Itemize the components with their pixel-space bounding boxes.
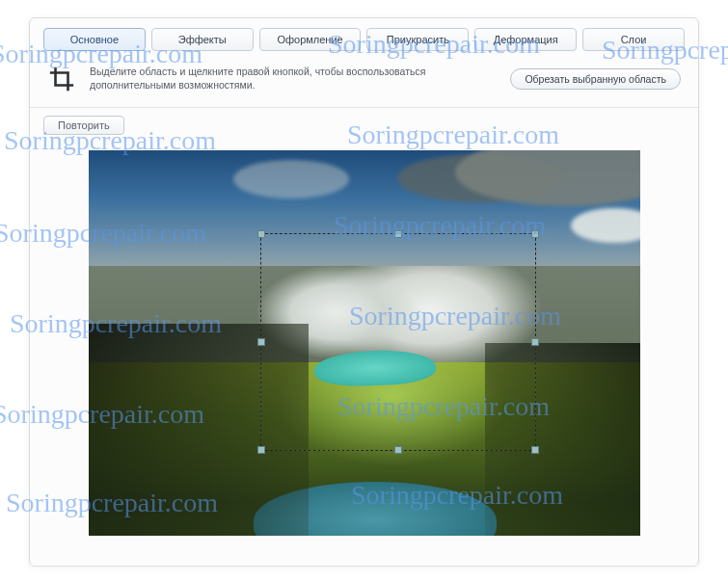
tab-deform[interactable]: Деформация bbox=[474, 28, 577, 51]
tab-label: Приукрасить bbox=[387, 34, 449, 45]
selection-handle-middle-left[interactable] bbox=[257, 338, 265, 346]
tabs: Основное Эффекты Оформление Приукрасить … bbox=[30, 18, 698, 51]
crop-hint-text: Выделите область и щелкните правой кнопк… bbox=[90, 66, 497, 92]
crop-toolbar: Выделите область и щелкните правой кнопк… bbox=[30, 51, 698, 108]
selection-handle-middle-right[interactable] bbox=[531, 338, 539, 346]
secondary-toolbar: Повторить bbox=[30, 108, 698, 141]
tab-label: Оформление bbox=[277, 34, 342, 45]
tab-label: Эффекты bbox=[178, 34, 227, 45]
tab-effects[interactable]: Эффекты bbox=[151, 28, 254, 51]
image-canvas[interactable] bbox=[89, 150, 640, 536]
selection-handle-top-right[interactable] bbox=[531, 230, 539, 238]
image-shadow bbox=[89, 324, 310, 536]
selection-handle-bottom-right[interactable] bbox=[531, 446, 539, 454]
selection-handle-top-left[interactable] bbox=[257, 230, 265, 238]
crop-selected-button[interactable]: Обрезать выбранную область bbox=[510, 68, 681, 90]
image-cloud bbox=[233, 160, 349, 198]
image-shadow bbox=[485, 343, 639, 536]
tab-basic[interactable]: Основное bbox=[43, 28, 146, 51]
tab-beautify[interactable]: Приукрасить bbox=[366, 28, 469, 51]
selection-handle-bottom-middle[interactable] bbox=[394, 446, 402, 454]
tab-label: Деформация bbox=[494, 34, 558, 45]
selection-handle-top-middle[interactable] bbox=[394, 230, 402, 238]
crop-icon bbox=[47, 65, 76, 93]
editor-window: Основное Эффекты Оформление Приукрасить … bbox=[29, 17, 699, 567]
selection-handle-bottom-left[interactable] bbox=[257, 446, 265, 454]
tab-label: Основное bbox=[70, 34, 119, 45]
bottom-fade bbox=[0, 564, 728, 581]
repeat-button[interactable]: Повторить bbox=[43, 116, 124, 135]
tab-layers[interactable]: Слои bbox=[582, 28, 685, 51]
root: Soringpcrepair.com Soringpcrepair.com So… bbox=[0, 0, 728, 581]
tab-label: Слои bbox=[621, 34, 647, 45]
tab-design[interactable]: Оформление bbox=[259, 28, 362, 51]
